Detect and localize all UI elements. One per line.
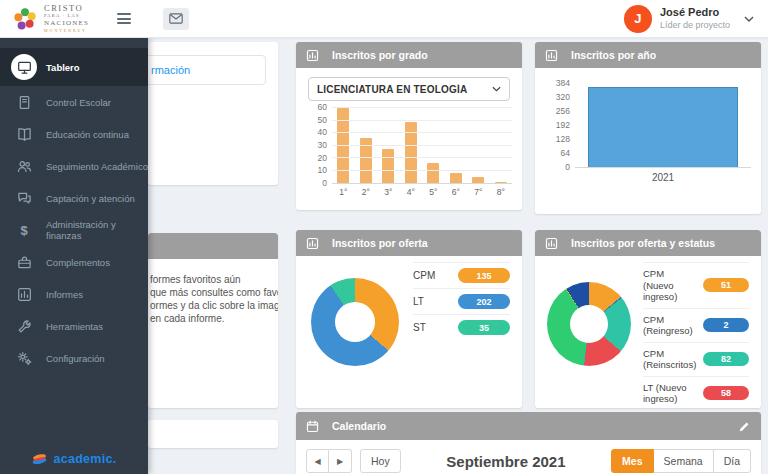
legend-label: CPM (Reingreso) (643, 314, 703, 337)
sidebar-item-configuracion[interactable]: Configuración (0, 342, 148, 374)
bar-chart-icon (15, 285, 33, 303)
card-header: Inscritos por año (535, 42, 761, 68)
calendar-view-button-dia[interactable]: Día (714, 449, 751, 473)
user-name: José Pedro (660, 6, 730, 20)
x-tick-label: 3° (377, 187, 400, 197)
bar-8° (495, 182, 507, 183)
y-tick-label: 0 (322, 178, 327, 188)
card-inscritos-por-anio: Inscritos por año 064128192256320384 202… (535, 42, 761, 214)
calendar-card-header: Calendario (296, 412, 761, 440)
card-inscritos-por-oferta-y-estatus: Inscritos por oferta y estatus CPM (Nuev… (535, 230, 761, 408)
legend-label: CPM (Reinscritos) (643, 348, 703, 371)
info-link[interactable]: rmación (148, 64, 190, 76)
sidebar-item-informes[interactable]: Informes (0, 278, 148, 310)
sidebar-item-label: Seguimiento Académico (46, 161, 148, 172)
sidebar-item-administracion-finanzas[interactable]: $Administración y finanzas (0, 214, 148, 246)
sidebar-item-educacion-continua[interactable]: Educación continua (0, 118, 148, 150)
legend-row: CPM135 (413, 262, 510, 288)
chat-bubbles-icon (15, 189, 33, 207)
donut-hole (570, 305, 609, 344)
oferta-legend: CPM135LT202ST35 (413, 262, 510, 366)
sidebar-item-tablero[interactable]: Tablero (0, 48, 148, 86)
x-tick-label: 7° (467, 187, 490, 197)
y-axis: 064128192256320384 (545, 84, 575, 168)
y-tick-label: 192 (556, 120, 570, 130)
legend-value-badge: 35 (458, 320, 510, 335)
favorites-card: formes favoritos aúnque más consultes co… (148, 233, 278, 408)
y-tick-label: 128 (556, 134, 570, 144)
legend-value-badge: 58 (703, 386, 749, 400)
sidebar-item-label: Captación y atención (46, 193, 135, 204)
y-tick-label: 20 (318, 153, 327, 163)
x-tick-label: 8° (490, 187, 513, 197)
legend-value-badge: 2 (703, 318, 749, 332)
calendar-today-button[interactable]: Hoy (360, 449, 401, 473)
chevron-down-icon (744, 16, 754, 22)
brand-label: academic. (53, 452, 116, 466)
estatus-legend: CPM (Nuevo ingreso)51CPM (Reingreso)2CPM… (643, 262, 749, 408)
calendar-view-button-semana[interactable]: Semana (654, 449, 714, 473)
favorites-text-line: formes favoritos aún (150, 273, 274, 286)
y-tick-label: 256 (556, 106, 570, 116)
sidebar-item-herramientas[interactable]: Herramientas (0, 310, 148, 342)
logo-line3: NACIONES (44, 20, 89, 27)
avatar: J (624, 5, 652, 33)
bar-chart-icon (545, 49, 558, 62)
plot-area (575, 84, 751, 168)
x-tick-label: 6° (445, 187, 468, 197)
sidebar: TableroControl EscolarEducación continua… (0, 38, 148, 474)
mail-button[interactable] (163, 8, 189, 30)
bar-chart-icon (545, 237, 558, 250)
monitor-icon (11, 54, 37, 80)
sidebar-item-complementos[interactable]: Complementos (0, 246, 148, 278)
legend-value-badge: 202 (458, 294, 510, 309)
notebook-icon (15, 93, 33, 111)
legend-label: CPM (413, 270, 458, 282)
y-tick-label: 40 (318, 127, 327, 137)
favorites-text-line: que más consultes como favoritos, (150, 286, 274, 299)
legend-label: ST (413, 322, 458, 334)
org-logo: CRISTO PARA · LAS NACIONES MONTERREY (12, 4, 89, 33)
sidebar-item-seguimiento-academico[interactable]: Seguimiento Académico (0, 150, 148, 182)
favorites-text-line: ormes y da clic sobre la imagen de (150, 299, 274, 312)
card-header: Inscritos por grado (296, 42, 522, 68)
legend-row: CPM (Nuevo ingreso)51 (643, 262, 749, 308)
x-axis-labels: 2021 (575, 171, 751, 183)
y-tick-label: 10 (318, 165, 327, 175)
toolbox-icon (15, 253, 33, 271)
card-title: Inscritos por año (571, 49, 656, 61)
sidebar-item-label: Administración y finanzas (46, 219, 148, 241)
program-select[interactable]: LICENCIATURA EN TEOLOGÍA (308, 77, 510, 101)
y-tick-label: 30 (318, 140, 327, 150)
legend-label: LT (413, 296, 458, 308)
calendar-icon (306, 420, 319, 433)
info-link-box[interactable]: rmación (148, 55, 266, 85)
calendar-prev-button[interactable]: ◀ (306, 449, 329, 473)
calendar-view-button-mes[interactable]: Mes (611, 449, 653, 473)
wrench-icon (15, 317, 33, 335)
sidebar-menu: TableroControl EscolarEducación continua… (0, 38, 148, 374)
hamburger-menu-icon[interactable] (117, 11, 131, 27)
edit-pencil-icon[interactable] (738, 420, 751, 433)
x-tick-label: 1° (332, 187, 355, 197)
favorites-text-line: en cada informe. (150, 312, 274, 325)
card-inscritos-por-grado: Inscritos por grado LICENCIATURA EN TEOL… (296, 42, 522, 210)
anio-bar-chart: 064128192256320384 2021 (535, 84, 761, 183)
card-title: Inscritos por oferta y estatus (571, 237, 715, 249)
sidebar-item-captacion-atencion[interactable]: Captación y atención (0, 182, 148, 214)
y-axis: 0102030405060 (306, 108, 332, 184)
sidebar-item-label: Tablero (46, 62, 80, 73)
x-tick-label: 4° (400, 187, 423, 197)
card-header: Inscritos por oferta y estatus (535, 230, 761, 256)
legend-value-badge: 51 (703, 278, 749, 292)
info-card: rmación (148, 42, 278, 185)
calendar-next-button[interactable]: ▶ (329, 449, 352, 473)
card-inscritos-por-oferta: Inscritos por oferta CPM135LT202ST35 (296, 230, 522, 408)
favorites-text: formes favoritos aúnque más consultes co… (148, 259, 278, 325)
bar-chart-icon (306, 237, 319, 250)
y-tick-label: 0 (565, 162, 570, 172)
user-menu[interactable]: J José Pedro Líder de proyecto (624, 5, 756, 33)
open-book-icon (15, 125, 33, 143)
sidebar-item-control-escolar[interactable]: Control Escolar (0, 86, 148, 118)
favorites-card-header (148, 233, 278, 259)
